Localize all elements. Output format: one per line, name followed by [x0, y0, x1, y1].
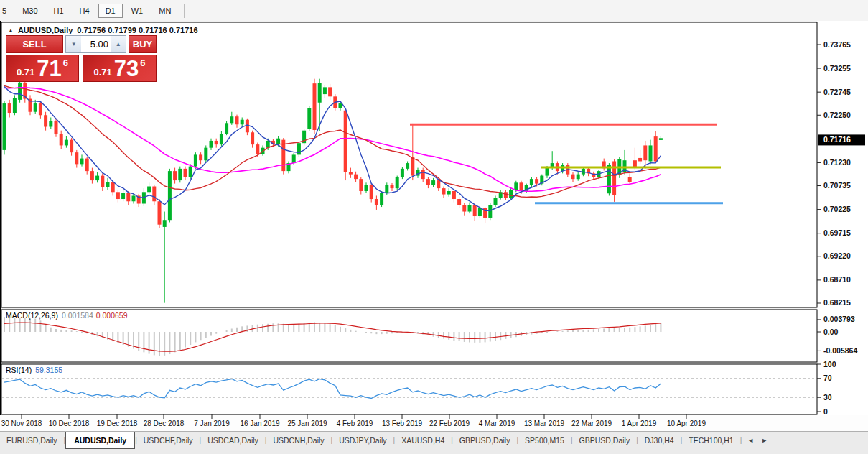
- svg-text:7 Jan 2019: 7 Jan 2019: [194, 420, 230, 427]
- buy-price-prefix: 0.71: [93, 67, 111, 78]
- chart-tab-usdchf-daily[interactable]: USDCHF,Daily: [137, 432, 200, 449]
- svg-text:0.00: 0.00: [823, 328, 839, 336]
- svg-text:19 Dec 2018: 19 Dec 2018: [97, 420, 138, 427]
- macd-name: MACD(12,26,9): [6, 311, 58, 320]
- symbol-name: AUDUSD,Daily: [18, 26, 73, 34]
- svg-text:25 Jan 2019: 25 Jan 2019: [287, 420, 327, 427]
- volume-input[interactable]: [81, 36, 111, 52]
- svg-text:10 Apr 2019: 10 Apr 2019: [667, 420, 706, 427]
- sell-price-big: 71: [37, 57, 61, 81]
- chart-tab-xauusd-h4[interactable]: XAUUSD,H4: [395, 432, 451, 449]
- volume-decrease-button[interactable]: ▼: [66, 36, 81, 52]
- sell-price-panel[interactable]: 0.71 71 6: [6, 55, 79, 82]
- symbol-tab-bar: EURUSD,Daily|AUDUSD,Daily|USDCHF,Daily|U…: [0, 431, 868, 454]
- svg-text:0: 0: [823, 407, 828, 416]
- svg-text:70: 70: [823, 374, 832, 382]
- svg-text:0.71230: 0.71230: [823, 158, 851, 167]
- mt4-window: 5M30H1H4D1W1MN 0.737650.732550.727450.72…: [0, 0, 868, 454]
- svg-text:0.69715: 0.69715: [823, 228, 851, 237]
- price-axis-column[interactable]: [817, 21, 868, 415]
- sell-button[interactable]: SELL: [6, 35, 63, 53]
- buy-price-panel[interactable]: 0.71 73 6: [83, 55, 157, 82]
- tab-scroll-left-icon[interactable]: ◄: [747, 437, 754, 444]
- chart-tab-usdcad-daily[interactable]: USDCAD,Daily: [201, 432, 265, 449]
- svg-text:0.68215: 0.68215: [823, 298, 851, 307]
- buy-price-big: 73: [114, 57, 139, 81]
- svg-text:4 Mar 2019: 4 Mar 2019: [479, 420, 515, 427]
- sell-price-sup: 6: [63, 57, 68, 68]
- symbol-title: ▲ AUDUSD,Daily 0.71756 0.71799 0.71716 0…: [8, 26, 198, 34]
- sell-price-prefix: 0.71: [17, 67, 34, 78]
- chart-tab-gbpusd-daily[interactable]: GBPUSD,Daily: [573, 432, 637, 449]
- svg-text:28 Dec 2018: 28 Dec 2018: [144, 420, 185, 427]
- svg-text:22 Feb 2019: 22 Feb 2019: [429, 420, 470, 427]
- buy-button[interactable]: BUY: [129, 35, 157, 53]
- svg-text:0.72250: 0.72250: [823, 111, 851, 119]
- tab-divider: |: [740, 432, 742, 449]
- svg-text:16 Jan 2019: 16 Jan 2019: [240, 420, 279, 427]
- tab-scroll-right-icon[interactable]: ►: [761, 437, 767, 444]
- symbol-ohlc: 0.71756 0.71799 0.71716 0.71716: [77, 26, 197, 34]
- svg-text:0.69220: 0.69220: [823, 251, 851, 260]
- volume-increase-button[interactable]: ▲: [111, 36, 126, 52]
- svg-text:0.73255: 0.73255: [823, 64, 851, 73]
- svg-text:0.70225: 0.70225: [823, 205, 851, 213]
- svg-text:4 Feb 2019: 4 Feb 2019: [337, 420, 373, 427]
- rsi-value: 59.3155: [35, 366, 62, 374]
- one-click-trading-widget: SELL ▼ ▲ BUY 0.71 71 6 0.71 73 6: [6, 35, 157, 82]
- current-price-tag: 0.71716: [818, 134, 865, 145]
- svg-text:0.72745: 0.72745: [823, 88, 851, 96]
- chart-tab-dj30-h4[interactable]: DJ30,H4: [638, 432, 681, 449]
- svg-text:0.70735: 0.70735: [823, 181, 851, 190]
- svg-text:13 Mar 2019: 13 Mar 2019: [524, 420, 565, 427]
- svg-text:13 Feb 2019: 13 Feb 2019: [382, 420, 423, 427]
- macd-value: 0.001584: [62, 311, 93, 320]
- chart-tab-gbpusd-daily[interactable]: GBPUSD,Daily: [453, 432, 517, 449]
- svg-text:100: 100: [823, 360, 836, 369]
- svg-text:22 Mar 2019: 22 Mar 2019: [571, 420, 612, 427]
- svg-text:0.71716: 0.71716: [823, 135, 851, 144]
- macd-signal-value: 0.000659: [96, 311, 128, 320]
- chart-tab-usdjpy-daily[interactable]: USDJPY,Daily: [332, 432, 393, 449]
- svg-text:0.68710: 0.68710: [823, 275, 851, 284]
- buy-price-sup: 6: [140, 57, 145, 68]
- chart-tab-sp500-m15[interactable]: SP500,M15: [518, 432, 571, 449]
- chart-tab-audusd-daily[interactable]: AUDUSD,Daily: [65, 432, 135, 449]
- svg-text:30 Nov 2018: 30 Nov 2018: [1, 420, 42, 427]
- volume-spinner: ▼ ▲: [65, 35, 126, 53]
- chart-tab-usdcnh-daily[interactable]: USDCNH,Daily: [266, 432, 330, 449]
- svg-text:0.003793: 0.003793: [823, 315, 855, 323]
- chart-tab-eurusd-daily[interactable]: EURUSD,Daily: [0, 432, 64, 449]
- svg-text:30: 30: [823, 393, 832, 402]
- svg-text:1 Apr 2019: 1 Apr 2019: [622, 420, 657, 427]
- collapse-triangle-icon[interactable]: ▲: [8, 27, 14, 34]
- svg-text:-0.005864: -0.005864: [823, 346, 857, 355]
- svg-text:0.73765: 0.73765: [823, 40, 851, 49]
- rsi-name: RSI(14): [6, 366, 32, 374]
- macd-indicator-label: MACD(12,26,9)0.0015840.000659: [6, 311, 128, 320]
- rsi-indicator-label: RSI(14)59.3155: [6, 366, 62, 374]
- chart-tab-tech100-h1[interactable]: TECH100,H1: [682, 432, 739, 449]
- svg-text:10 Dec 2018: 10 Dec 2018: [49, 420, 90, 427]
